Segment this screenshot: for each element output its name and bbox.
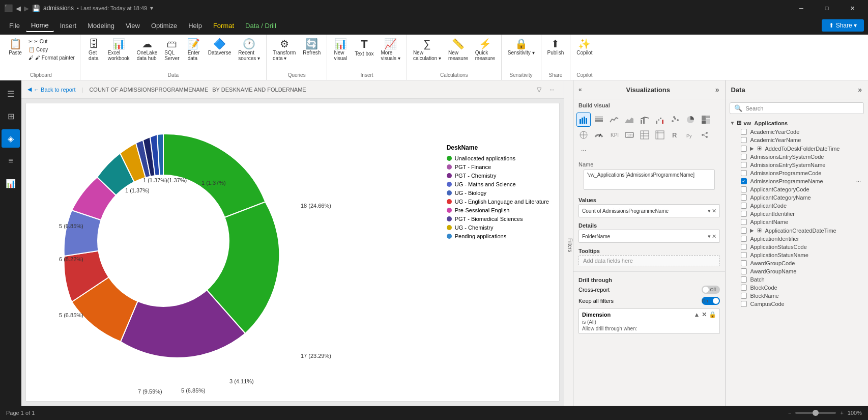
tree-header-vw-applications[interactable]: ▼ ⊞ vw_Applications xyxy=(729,118,865,128)
menu-help[interactable]: Help xyxy=(183,20,207,32)
tree-item-award-group-code[interactable]: AwardGroupCode xyxy=(729,259,865,267)
viz-panel-expand-left[interactable]: « xyxy=(578,86,582,93)
sidebar-report-icon[interactable]: ☰ xyxy=(2,85,20,103)
viz-decomp-tree[interactable] xyxy=(699,128,713,142)
checkbox-applicant-category-name[interactable] xyxy=(741,194,747,201)
checkbox-application-created[interactable] xyxy=(741,228,747,234)
tree-item-campus-code[interactable]: CampusCode xyxy=(729,300,865,308)
cut-button[interactable]: ✂ ✂ Cut xyxy=(26,38,77,45)
dimension-lock-icon[interactable]: 🔒 xyxy=(709,311,716,318)
checkbox-award-group-code[interactable] xyxy=(741,260,747,266)
transform-data-button[interactable]: ⚙ Transformdata ▾ xyxy=(270,37,299,63)
back-to-report-button[interactable]: ◀ ← Back to report xyxy=(27,86,76,93)
checkbox-admissions-entry-name[interactable] xyxy=(741,162,747,168)
checkbox-applicant-name[interactable] xyxy=(741,219,747,225)
checkbox-applicant-category-code[interactable] xyxy=(741,186,747,192)
viz-area[interactable] xyxy=(622,113,636,127)
sensitivity-button[interactable]: 🔒 Sensitivity ▾ xyxy=(505,37,538,58)
values-field-box[interactable]: Count of AdmissionsProgrammeName ▾ ✕ xyxy=(578,204,720,217)
get-data-button[interactable]: 🗄 Getdata xyxy=(83,37,104,63)
sidebar-table-icon[interactable]: ⊞ xyxy=(2,107,20,125)
checkbox-applicant-identifier[interactable] xyxy=(741,211,747,217)
checkbox-application-status-code[interactable] xyxy=(741,244,747,250)
viz-combo[interactable] xyxy=(638,113,652,127)
copilot-button[interactable]: ✨ Copilot xyxy=(573,37,595,58)
sidebar-data-icon[interactable]: ≡ xyxy=(2,152,20,170)
viz-bar-clustered[interactable] xyxy=(576,113,591,127)
menu-data-drill[interactable]: Data / Drill xyxy=(240,20,281,32)
sql-server-button[interactable]: 🗃 SQLServer xyxy=(161,37,182,63)
checkbox-campus-code[interactable] xyxy=(741,301,747,307)
tree-item-block-name[interactable]: BlockName xyxy=(729,292,865,300)
new-visual-button[interactable]: 📊 Newvisual xyxy=(330,37,351,63)
viz-map[interactable] xyxy=(576,128,591,142)
tree-item-application-identifier[interactable]: ApplicationIdentifier xyxy=(729,235,865,243)
tree-item-award-group-name[interactable]: AwardGroupName xyxy=(729,267,865,275)
checkbox-added-to-desk[interactable] xyxy=(741,146,747,152)
dataverse-button[interactable]: 🔷 Dataverse xyxy=(205,37,235,58)
share-button[interactable]: ⬆ Share ▾ xyxy=(822,19,864,32)
menu-home[interactable]: Home xyxy=(26,19,54,32)
quick-access-forward[interactable]: ▶ xyxy=(24,5,29,12)
tree-item-admissions-entry-code[interactable]: AdmissionsEntrySystemCode xyxy=(729,153,865,161)
data-search-input[interactable] xyxy=(745,105,859,111)
paste-button[interactable]: 📋 Paste xyxy=(5,37,25,58)
more-options-programme-name[interactable]: ··· xyxy=(856,178,861,184)
checkbox-academic-year-code[interactable] xyxy=(741,129,747,135)
menu-insert[interactable]: Insert xyxy=(55,20,82,32)
tree-item-admissions-programme-name[interactable]: ✓ AdmissionsProgrammeName ··· xyxy=(729,177,865,185)
tree-item-application-status-code[interactable]: ApplicationStatusCode xyxy=(729,243,865,251)
filters-panel[interactable]: Filters xyxy=(564,80,573,406)
menu-format[interactable]: Format xyxy=(208,20,239,32)
viz-gauge[interactable] xyxy=(592,128,606,142)
close-button[interactable]: ✕ xyxy=(841,0,864,16)
text-box-button[interactable]: T Text box xyxy=(352,37,377,59)
filter-icon[interactable]: ▽ xyxy=(534,85,544,94)
tree-item-applicant-name[interactable]: ApplicantName xyxy=(729,218,865,226)
tree-item-academic-year-name[interactable]: AcademicYearName xyxy=(729,136,865,144)
viz-treemap[interactable] xyxy=(699,113,713,127)
checkbox-award-group-name[interactable] xyxy=(741,268,747,274)
tree-item-added-to-desk[interactable]: ▶ ⊞ AddedToDeskFolderDateTime xyxy=(729,144,865,153)
viz-matrix[interactable] xyxy=(653,128,667,142)
viz-table[interactable] xyxy=(638,128,652,142)
tree-item-batch[interactable]: Batch xyxy=(729,275,865,284)
recent-sources-button[interactable]: 🕐 Recentsources ▾ xyxy=(235,37,263,63)
tree-item-applicant-code[interactable]: ApplicantCode xyxy=(729,202,865,210)
data-search-box[interactable]: 🔍 xyxy=(730,102,864,114)
sidebar-analytics-icon[interactable]: 📊 xyxy=(2,174,20,192)
tree-item-admissions-entry-name[interactable]: AdmissionsEntrySystemName xyxy=(729,161,865,169)
checkbox-block-name[interactable] xyxy=(741,293,747,299)
checkbox-admissions-programme-code[interactable] xyxy=(741,170,747,176)
tree-item-applicant-category-code[interactable]: ApplicantCategoryCode xyxy=(729,185,865,193)
publish-button[interactable]: ⬆ Publish xyxy=(544,37,567,58)
zoom-plus-button[interactable]: + xyxy=(840,410,843,416)
viz-bar-stacked[interactable] xyxy=(592,113,606,127)
viz-card[interactable]: 123 xyxy=(622,128,636,142)
checkbox-admissions-entry-code[interactable] xyxy=(741,154,747,160)
quick-measure-button[interactable]: ⚡ Quickmeasure xyxy=(472,37,498,63)
format-painter-button[interactable]: 🖌 🖌 Format painter xyxy=(26,54,77,62)
maximize-button[interactable]: □ xyxy=(815,0,838,16)
details-close-icon[interactable]: ✕ xyxy=(712,233,716,240)
enter-data-button[interactable]: 📝 Enterdata xyxy=(184,37,204,63)
tree-item-applicant-category-name[interactable]: ApplicantCategoryName xyxy=(729,193,865,202)
minimize-button[interactable]: ─ xyxy=(790,0,813,16)
dimension-up-icon[interactable]: ▲ xyxy=(694,311,700,318)
viz-more[interactable]: ··· xyxy=(576,143,591,157)
save-icon[interactable]: 💾 xyxy=(32,5,40,12)
viz-pie[interactable] xyxy=(683,113,698,127)
tree-item-application-status-name[interactable]: ApplicationStatusName xyxy=(729,251,865,259)
quick-access-back[interactable]: ◀ xyxy=(16,5,21,12)
dimension-close-icon[interactable]: ✕ xyxy=(702,311,707,318)
viz-expand-right-icon[interactable]: » xyxy=(714,85,720,95)
tree-item-applicant-identifier[interactable]: ApplicantIdentifier xyxy=(729,210,865,218)
viz-kpi[interactable]: KPI xyxy=(607,128,621,142)
refresh-button[interactable]: 🔄 Refresh xyxy=(300,37,324,58)
viz-line[interactable] xyxy=(607,113,621,127)
checkbox-application-identifier[interactable] xyxy=(741,236,747,242)
tree-item-admissions-programme-code[interactable]: AdmissionsProgrammeCode xyxy=(729,169,865,177)
keep-filters-toggle[interactable]: On xyxy=(702,297,720,305)
checkbox-application-status-name[interactable] xyxy=(741,252,747,258)
viz-python-visual[interactable]: Py xyxy=(683,128,698,142)
